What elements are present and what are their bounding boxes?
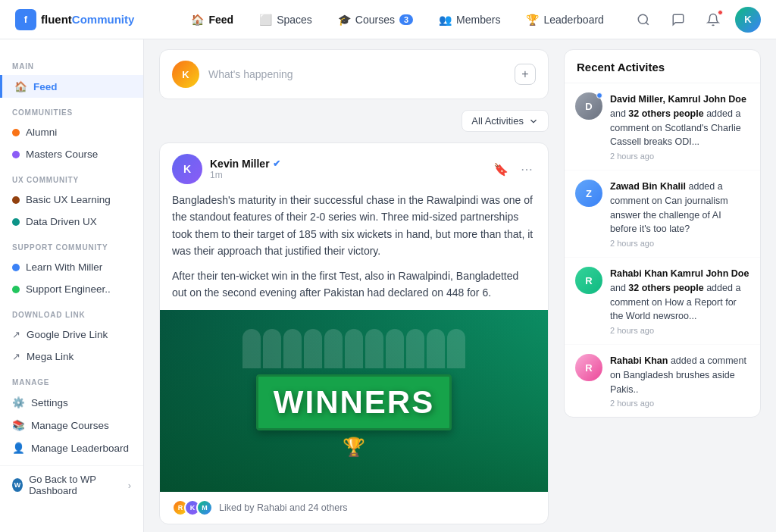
sidebar-mega-label: Mega Link	[27, 351, 74, 362]
filter-button[interactable]: All Activities	[462, 110, 549, 132]
logo[interactable]: f fluentCommunity	[15, 9, 134, 30]
gdrive-arrow-icon: ↗	[12, 329, 20, 340]
feed-col: K What's happening + All Activities K Ke…	[159, 49, 549, 524]
nav-right: K	[630, 7, 761, 33]
nav-spaces-label: Spaces	[277, 14, 312, 26]
player-silhouette	[386, 329, 404, 368]
player-silhouette	[427, 329, 445, 368]
sidebar-manage-leaderboard-label: Manage Leaderboard	[31, 443, 129, 454]
chevron-down-icon	[528, 116, 539, 127]
masters-dot	[12, 151, 20, 158]
alumni-dot	[12, 129, 20, 136]
sidebar-item-manage-courses[interactable]: 📚 Manage Courses	[0, 414, 143, 437]
nav-members-label: Members	[456, 14, 500, 26]
player-silhouette	[365, 329, 383, 368]
liked-text: Liked by Rahabi and 24 others	[219, 502, 348, 513]
user-avatar[interactable]: K	[735, 7, 761, 33]
activity-time-3: 2 hours ago	[610, 326, 749, 335]
sidebar-item-gdrive[interactable]: ↗ Google Drive Link	[0, 324, 143, 346]
winners-banner: WINNERS	[256, 374, 452, 430]
activity-avatar-2: Z	[575, 180, 602, 207]
activity-text-2: Zawad Bin Khalil added a comment on Can …	[610, 180, 749, 236]
activity-time-4: 2 hours ago	[610, 399, 749, 408]
nav-courses-label: Courses	[355, 14, 395, 26]
player-silhouette	[324, 329, 343, 368]
logo-icon: f	[15, 9, 36, 30]
post-body: Bangladesh's maturity in their successfu…	[160, 192, 548, 310]
sidebar-item-alumni[interactable]: Alumni	[0, 121, 143, 143]
player-silhouette	[263, 329, 281, 368]
bookmark-button[interactable]: 🔖	[490, 159, 512, 180]
post-card: K Kevin Miller ✔ 1m 🔖 ⋯ Bangladesh's	[159, 142, 549, 524]
activity-body-1: David Miller, Kamrul John Doe and 32 oth…	[610, 92, 749, 161]
nav-item-leaderboard[interactable]: 🏆 Leaderboard	[515, 9, 614, 30]
liked-avatars: R K M	[172, 499, 213, 516]
wp-icon: W	[12, 478, 23, 492]
sidebar-masters-label: Masters Course	[26, 149, 98, 160]
player-silhouette	[447, 329, 465, 368]
verified-icon: ✔	[273, 158, 280, 169]
wp-link-label: Go Back to WP Dashboard	[29, 474, 122, 496]
liked-avatar-3: M	[196, 499, 213, 516]
sidebar-section-ux: UX COMMUNITY	[0, 165, 143, 189]
sidebar-item-learn-miller[interactable]: Learn With Miller	[0, 256, 143, 278]
post-header: K Kevin Miller ✔ 1m 🔖 ⋯	[160, 143, 548, 192]
notifications-button[interactable]	[700, 7, 726, 33]
search-button[interactable]	[630, 7, 656, 33]
manage-courses-icon: 📚	[12, 419, 25, 431]
nav-center: 🏠 Feed ⬜ Spaces 🎓 Courses 3 👥 Members 🏆 …	[164, 9, 630, 30]
settings-icon: ⚙️	[12, 396, 25, 408]
sidebar-section-support: SUPPORT COMMUNITY	[0, 233, 143, 256]
activity-body-4: Rahabi Khan added a comment on Banglades…	[610, 354, 749, 408]
sidebar: MAIN 🏠 Feed COMMUNITIES Alumni Masters C…	[0, 39, 144, 532]
nav-item-spaces[interactable]: ⬜ Spaces	[249, 9, 323, 30]
members-icon: 👥	[439, 14, 452, 26]
sidebar-item-basic-ux[interactable]: Basic UX Learning	[0, 189, 143, 211]
sidebar-item-feed[interactable]: 🏠 Feed	[0, 75, 143, 98]
manage-leaderboard-icon: 👤	[12, 442, 25, 454]
post-box: K What's happening +	[159, 49, 549, 99]
sidebar-item-mega[interactable]: ↗ Mega Link	[0, 346, 143, 368]
sidebar-item-support-eng[interactable]: Support Engineer..	[0, 278, 143, 300]
feed-sidebar-icon: 🏠	[14, 80, 27, 92]
player-silhouette	[242, 329, 261, 368]
activity-avatar-4: R	[575, 354, 602, 381]
wp-dashboard-link[interactable]: W Go Back to WP Dashboard ›	[0, 465, 143, 504]
sidebar-item-masters[interactable]: Masters Course	[0, 143, 143, 165]
activity-body-3: Rahabi Khan Kamrul John Doe and 32 other…	[610, 267, 749, 335]
activity-notif-dot	[596, 92, 602, 99]
nav-item-feed[interactable]: 🏠 Feed	[180, 9, 244, 30]
learn-miller-dot	[12, 264, 20, 271]
post-box-placeholder[interactable]: What's happening	[208, 68, 505, 80]
post-time: 1m	[210, 170, 483, 180]
post-plus-button[interactable]: +	[515, 64, 536, 85]
nav-feed-label: Feed	[208, 14, 233, 26]
sidebar-item-settings[interactable]: ⚙️ Settings	[0, 391, 143, 414]
activity-text-1: David Miller, Kamrul John Doe and 32 oth…	[610, 92, 749, 149]
nav-leaderboard-label: Leaderboard	[543, 14, 603, 26]
post-author-avatar: K	[172, 154, 202, 184]
data-ux-dot	[12, 218, 20, 226]
sidebar-gdrive-label: Google Drive Link	[27, 329, 108, 340]
nav-item-members[interactable]: 👥 Members	[428, 9, 511, 30]
filter-bar: All Activities	[159, 110, 549, 132]
more-options-button[interactable]: ⋯	[518, 159, 536, 180]
courses-badge: 3	[399, 14, 413, 25]
post-image: WINNERS 🏆	[160, 310, 548, 492]
nav-item-courses[interactable]: 🎓 Courses 3	[327, 9, 424, 30]
activity-body-2: Zawad Bin Khalil added a comment on Can …	[610, 180, 749, 248]
activity-avatar-3: R	[575, 267, 602, 294]
post-author-info: Kevin Miller ✔ 1m	[210, 158, 483, 180]
sidebar-manage-courses-label: Manage Courses	[31, 420, 109, 431]
messages-button[interactable]	[665, 7, 691, 33]
players-group	[242, 329, 465, 368]
sidebar-item-manage-leaderboard[interactable]: 👤 Manage Leaderboard	[0, 437, 143, 459]
activity-avatar-1: D	[575, 92, 602, 120]
svg-line-1	[646, 22, 648, 24]
image-content: WINNERS 🏆	[160, 310, 548, 492]
player-silhouette	[406, 329, 424, 368]
sidebar-item-data-ux[interactable]: Data Driven UX	[0, 211, 143, 233]
sidebar-section-communities: COMMUNITIES	[0, 98, 143, 121]
topnav: f fluentCommunity 🏠 Feed ⬜ Spaces 🎓 Cour…	[0, 0, 776, 39]
sidebar-data-ux-label: Data Driven UX	[26, 216, 97, 227]
